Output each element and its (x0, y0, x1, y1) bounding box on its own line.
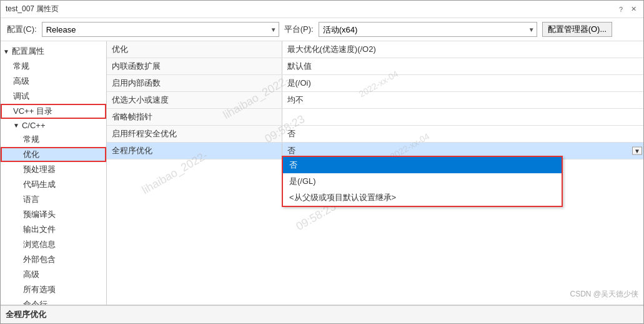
prop-name-whole-program: 全程序优化 (107, 143, 282, 159)
sidebar: ▼ 配置属性 常规 高级 调试 VC++ 目录 ▼ C/C (1, 41, 107, 305)
window-title: test_007 属性页 (6, 4, 59, 14)
sidebar-item-cpp-all[interactable]: 所有选项 (1, 282, 106, 297)
platform-select-wrapper: 活动(x64) x64 x86 ▼ (319, 22, 537, 37)
dropdown-item-gl[interactable]: 是(/GL) (283, 173, 562, 190)
sidebar-item-cpp-preprocessor[interactable]: 预处理器 (1, 162, 106, 177)
sidebar-item-cpp-general-label: 常规 (23, 134, 39, 145)
sidebar-cpp-label: C/C++ (22, 121, 46, 130)
sidebar-item-vc-dirs[interactable]: VC++ 目录 (1, 104, 106, 119)
sidebar-item-debug[interactable]: 调试 (1, 89, 106, 104)
sidebar-item-debug-label: 调试 (13, 91, 29, 102)
bottom-description-label: 全程序优化 (6, 309, 46, 320)
prop-value-inline: 默认值 (282, 58, 643, 75)
table-row-intrinsic: 启用内部函数 是(/Oi) (107, 75, 643, 92)
sidebar-item-cpp-optimize-label: 优化 (23, 149, 39, 160)
sidebar-item-cpp-external-label: 外部包含 (23, 254, 56, 265)
property-table: 优化 最大优化(优选速度)(/O2) 内联函数扩展 默认值 启用内部函数 是(/… (107, 41, 643, 159)
cpp-expand-icon: ▼ (13, 122, 19, 129)
prop-value-favor: 均不 (282, 92, 643, 109)
whole-program-dropdown-arrow-icon[interactable]: ▼ (632, 147, 642, 155)
main-area: ▼ 配置属性 常规 高级 调试 VC++ 目录 ▼ C/C (1, 41, 643, 305)
prop-name-intrinsic: 启用内部函数 (107, 75, 282, 92)
dropdown-menu: 否 是(/GL) <从父级或项目默认设置继承> (282, 156, 563, 207)
sidebar-item-cpp-codegen[interactable]: 代码生成 (1, 177, 106, 192)
prop-name-fiber: 启用纤程安全优化 (107, 126, 282, 143)
sidebar-group-root: ▼ 配置属性 常规 高级 调试 VC++ 目录 ▼ C/C (1, 44, 106, 305)
title-bar: test_007 属性页 ? ✕ (1, 1, 643, 18)
table-row-optimization: 优化 最大优化(优选速度)(/O2) (107, 41, 643, 58)
root-expand-icon: ▼ (3, 48, 9, 55)
config-select-wrapper: Release Debug 所有配置 ▼ (42, 22, 279, 37)
sidebar-item-advanced-label: 高级 (13, 76, 29, 87)
sidebar-item-advanced[interactable]: 高级 (1, 74, 106, 89)
sidebar-item-cpp-codegen-label: 代码生成 (23, 179, 56, 190)
sidebar-item-cpp-preprocessor-label: 预处理器 (23, 164, 56, 175)
prop-value-omit-fp (282, 109, 643, 126)
sidebar-item-cpp-all-label: 所有选项 (23, 284, 56, 295)
sidebar-item-cpp-pch-label: 预编译头 (23, 209, 56, 220)
whole-program-value: 否 (287, 146, 295, 155)
table-row-favor: 优选大小或速度 均不 (107, 92, 643, 109)
sidebar-item-general[interactable]: 常规 (1, 59, 106, 74)
sidebar-item-cpp-lang[interactable]: 语言 (1, 192, 106, 207)
config-select[interactable]: Release Debug 所有配置 (42, 22, 279, 37)
dropdown-item-no[interactable]: 否 (283, 157, 562, 173)
platform-select[interactable]: 活动(x64) x64 x86 (319, 22, 537, 37)
sidebar-item-vc-dirs-label: VC++ 目录 (13, 106, 52, 117)
sidebar-root-label: 配置属性 (12, 46, 44, 57)
prop-name-favor: 优选大小或速度 (107, 92, 282, 109)
prop-name-inline: 内联函数扩展 (107, 58, 282, 75)
window-controls: ? ✕ (616, 4, 638, 14)
sidebar-item-cpp-browse[interactable]: 浏览信息 (1, 237, 106, 252)
bottom-bar: 全程序优化 (1, 305, 643, 323)
platform-label: 平台(P): (284, 24, 314, 35)
main-window: test_007 属性页 ? ✕ 配置(C): Release Debug 所有… (0, 0, 644, 324)
prop-name-optimization: 优化 (107, 41, 282, 58)
sidebar-item-cpp-general[interactable]: 常规 (1, 132, 106, 147)
prop-value-optimization: 最大优化(优选速度)(/O2) (282, 41, 643, 58)
sidebar-root-header[interactable]: ▼ 配置属性 (1, 44, 106, 59)
sidebar-item-cpp-optimize[interactable]: 优化 (1, 147, 106, 162)
help-button[interactable]: ? (616, 4, 626, 14)
table-row-fiber: 启用纤程安全优化 否 (107, 126, 643, 143)
close-button[interactable]: ✕ (628, 4, 638, 14)
sidebar-item-cpp-external[interactable]: 外部包含 (1, 252, 106, 267)
sidebar-item-general-label: 常规 (13, 61, 29, 72)
config-label: 配置(C): (7, 24, 37, 35)
sidebar-item-cpp-output-label: 输出文件 (23, 224, 56, 235)
table-row-omit-fp: 省略帧指针 (107, 109, 643, 126)
prop-value-fiber: 否 (282, 126, 643, 143)
sidebar-item-cpp-lang-label: 语言 (23, 194, 39, 205)
sidebar-item-cpp-pch[interactable]: 预编译头 (1, 207, 106, 222)
sidebar-item-cpp-adv-label: 高级 (23, 269, 39, 280)
table-row-inline: 内联函数扩展 默认值 (107, 58, 643, 75)
sidebar-item-cpp-output[interactable]: 输出文件 (1, 222, 106, 237)
dropdown-item-inherit[interactable]: <从父级或项目默认设置继承> (283, 190, 562, 206)
sidebar-item-cpp-cmdline[interactable]: 命令行 (1, 297, 106, 305)
toolbar: 配置(C): Release Debug 所有配置 ▼ 平台(P): 活动(x6… (1, 18, 643, 41)
csdn-watermark: CSDN @吴天德少侠 (570, 289, 638, 300)
sidebar-item-cpp-cmdline-label: 命令行 (23, 299, 47, 305)
sidebar-item-cpp-browse-label: 浏览信息 (23, 239, 56, 250)
sidebar-item-cpp-adv[interactable]: 高级 (1, 267, 106, 282)
sidebar-cpp-header[interactable]: ▼ C/C++ (1, 119, 106, 132)
prop-value-intrinsic: 是(/Oi) (282, 75, 643, 92)
prop-name-omit-fp: 省略帧指针 (107, 109, 282, 126)
config-manager-button[interactable]: 配置管理器(O)... (542, 22, 613, 37)
content-area: lihaibao_2022- 09:58:23 lihaibao_2022- 0… (107, 41, 643, 305)
